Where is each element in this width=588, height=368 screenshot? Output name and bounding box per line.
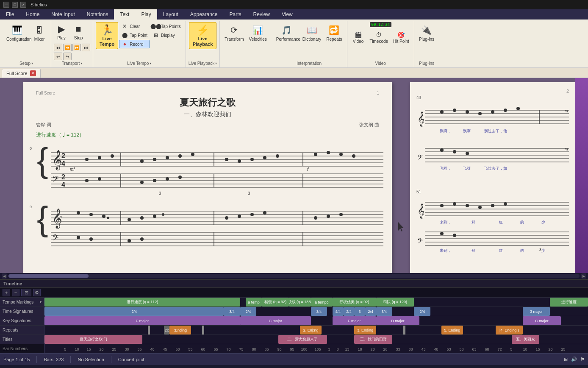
tl-ts-4[interactable]: 3/4: [311, 307, 327, 316]
hit-point-button[interactable]: 🎯 Hit Point: [391, 29, 411, 45]
performance-button[interactable]: 🎵 Performance: [274, 22, 300, 43]
tl-ts-10[interactable]: 2/4: [414, 307, 430, 316]
tl-marker-tempo-7[interactable]: 稍快 (q = 120): [376, 298, 414, 307]
configuration-button[interactable]: 🎹 Configuration: [4, 22, 30, 43]
scroll-left-button[interactable]: ◀: [2, 273, 7, 279]
dictionary-button[interactable]: 📖 Dictionary: [300, 22, 323, 43]
grid-icon[interactable]: ⊞: [564, 357, 568, 362]
tl-ending-1[interactable]: :Ending: [169, 326, 191, 335]
tl-ks-1[interactable]: F major: [44, 316, 240, 325]
tl-repeats-content[interactable]: 2|: :Ending 2. En|:ng 3. Ending 5. Endin…: [44, 326, 588, 335]
video-button[interactable]: 🎬 Video: [350, 29, 367, 45]
live-playback-button[interactable]: ⚡ LivePlayback: [189, 22, 217, 49]
tl-ending-2[interactable]: 2. En|:ng: [300, 326, 322, 335]
clear-button[interactable]: ✕ Clear: [119, 22, 150, 31]
transform-button[interactable]: ⟳ Transform: [222, 22, 246, 43]
loop-end-button[interactable]: ↪: [63, 53, 72, 60]
fast-forward-button[interactable]: ⏩: [72, 44, 81, 51]
tl-ks-2[interactable]: C major: [240, 316, 311, 325]
tl-ks-4[interactable]: D major: [376, 316, 420, 325]
tl-marker-tempo-5[interactable]: a tempo: [311, 298, 333, 307]
tab-file[interactable]: File: [0, 9, 20, 20]
play-button[interactable]: ▶ Play: [54, 22, 69, 42]
tl-marker-tempo-2[interactable]: a temp: [246, 298, 262, 307]
tl-add-button[interactable]: +: [3, 289, 10, 296]
tl-marker-tempo-1[interactable]: 进行速度 (q = 112): [44, 298, 240, 307]
scroll-right-button[interactable]: ▶: [581, 273, 586, 279]
svg-text:40: 40: [150, 347, 155, 351]
tl-ts-11[interactable]: 3 major: [523, 307, 550, 316]
record-button[interactable]: ● Record: [119, 40, 150, 48]
minimize-icon[interactable]: ─: [3, 2, 9, 8]
tl-settings-button[interactable]: ⚙: [33, 289, 41, 296]
tl-title-4[interactable]: 五、美丽众: [512, 335, 539, 344]
full-score-tab[interactable]: Full Score ✕: [2, 69, 41, 78]
timecode-button[interactable]: ⏱ Timecode: [368, 29, 391, 45]
tab-text[interactable]: Text: [114, 9, 135, 20]
tl-titles-content[interactable]: 夏天旅行之歌:们 二、营火烧起来了 三、我们的田野 五、美丽众: [44, 335, 588, 344]
close-icon[interactable]: ×: [20, 2, 26, 8]
tap-point-button[interactable]: ⬤ Tap Point: [119, 31, 150, 39]
tl-ts-8[interactable]: 2/4: [365, 307, 376, 316]
loop-start-button[interactable]: ↩: [54, 53, 62, 60]
tab-play[interactable]: Play: [135, 9, 157, 20]
tl-ts-5[interactable]: 4/4: [333, 307, 344, 316]
tab-parts[interactable]: Parts: [224, 9, 247, 20]
tab-note-input[interactable]: Note Input: [45, 9, 80, 20]
tl-ts-1[interactable]: 2/4: [44, 307, 224, 316]
tl-marker-tempo-6[interactable]: 行板优美 (q = 92): [333, 298, 376, 307]
svg-point-27: [98, 156, 101, 159]
tempo-filter-icon[interactable]: ▾: [40, 300, 42, 304]
scrollbar-thumb[interactable]: [8, 274, 89, 278]
tl-title-3[interactable]: 三、我们的田野: [354, 335, 392, 344]
tl-title-1[interactable]: 夏天旅行之歌:们: [44, 335, 142, 344]
tab-appearance[interactable]: Appearance: [184, 9, 224, 20]
tl-ts-2[interactable]: 3/4: [224, 307, 240, 316]
tl-ending-4[interactable]: |4. Ending ): [496, 326, 523, 335]
tl-tempo-content[interactable]: 进行速度 (q = 112) a temp 稍慢 (q = 92) 快板 (q …: [44, 298, 588, 307]
plugins-button[interactable]: 🔌 Plug-ins: [417, 22, 436, 43]
svg-point-97: [453, 109, 456, 112]
tl-ending-3[interactable]: 3. Ending: [354, 326, 376, 335]
tl-ks-5[interactable]: C major: [523, 316, 561, 325]
live-tempo-button[interactable]: 🏃 LiveTempo: [96, 22, 118, 49]
flag-icon[interactable]: ⚑: [580, 357, 585, 362]
tab-layout[interactable]: Layout: [157, 9, 184, 20]
tab-notations[interactable]: Notations: [81, 9, 114, 20]
tl-ts-3[interactable]: 2/4: [240, 307, 256, 316]
velocities-button[interactable]: 📊 Velocities: [247, 22, 269, 43]
tl-marker-tempo-8[interactable]: 进行速度: [550, 298, 588, 307]
tl-ending-5[interactable]: 5. Ending: [441, 326, 463, 335]
tl-time-sig-content[interactable]: 2/4 3/4 2/4 3/4 4/4 2/4 3 2/4 3/4 2/4 3 …: [44, 307, 588, 316]
tl-fit-button[interactable]: ⊡: [21, 289, 31, 296]
tab-home[interactable]: Home: [20, 9, 45, 20]
rewind-button[interactable]: ⏪: [63, 44, 72, 51]
tl-repeat-1[interactable]: 2|:: [164, 326, 169, 335]
tl-repeats-text: Repeats: [3, 328, 18, 332]
repeats-button[interactable]: 🔁 Repeats: [324, 22, 344, 43]
stop-button[interactable]: ■ Stop: [71, 22, 86, 42]
mixer-button[interactable]: 🎛 Mixer: [31, 22, 48, 43]
concert-pitch[interactable]: Concert pitch: [118, 357, 146, 362]
tl-title-2[interactable]: 二、营火烧起来了: [278, 335, 327, 344]
tap-points-button[interactable]: ⬤⬤ Tap Points: [150, 22, 183, 31]
tl-ts-6[interactable]: 2/4: [344, 307, 355, 316]
tl-key-sig-content[interactable]: F major C major F major D major C major: [44, 316, 588, 325]
scrollbar-track[interactable]: [8, 274, 580, 278]
tl-remove-button[interactable]: −: [12, 289, 19, 296]
display-button[interactable]: ⊞ Display: [150, 31, 183, 39]
forward-end-button[interactable]: ⏭: [82, 44, 90, 51]
tl-marker-tempo-4[interactable]: 快板 (q = 138): [289, 298, 311, 307]
tl-ks-3[interactable]: F major: [333, 316, 376, 325]
rewind-start-button[interactable]: ⏮: [54, 44, 62, 51]
tl-ts-9[interactable]: 3/4: [376, 307, 392, 316]
svg-text:95: 95: [290, 347, 294, 351]
tab-view[interactable]: View: [276, 9, 299, 20]
tab-review[interactable]: Review: [247, 9, 276, 20]
horizontal-scrollbar[interactable]: ◀ ▶: [0, 273, 588, 279]
speaker-icon[interactable]: 🔊: [571, 357, 577, 362]
tl-marker-tempo-3[interactable]: 稍慢 (q = 92): [262, 298, 289, 307]
maximize-icon[interactable]: □: [12, 2, 18, 8]
tl-ts-7[interactable]: 3: [354, 307, 365, 316]
close-tab-button[interactable]: ✕: [30, 70, 36, 76]
